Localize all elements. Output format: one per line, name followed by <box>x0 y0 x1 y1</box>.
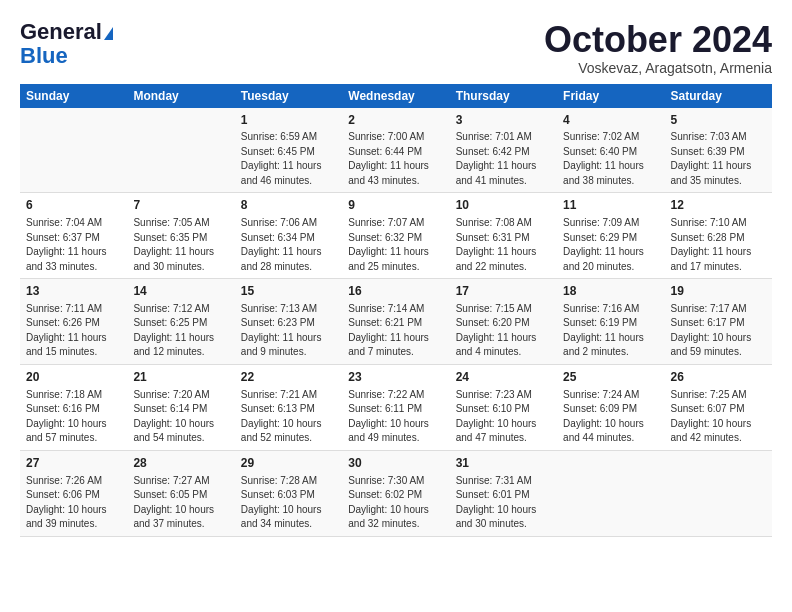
calendar-cell: 14Sunrise: 7:12 AM Sunset: 6:25 PM Dayli… <box>127 279 234 365</box>
day-info: Sunrise: 7:06 AM Sunset: 6:34 PM Dayligh… <box>241 216 336 274</box>
location-subtitle: Voskevaz, Aragatsotn, Armenia <box>544 60 772 76</box>
calendar-cell: 8Sunrise: 7:06 AM Sunset: 6:34 PM Daylig… <box>235 193 342 279</box>
day-number: 10 <box>456 197 551 214</box>
day-info: Sunrise: 7:16 AM Sunset: 6:19 PM Dayligh… <box>563 302 658 360</box>
day-number: 4 <box>563 112 658 129</box>
calendar-cell: 27Sunrise: 7:26 AM Sunset: 6:06 PM Dayli… <box>20 450 127 536</box>
calendar-cell: 2Sunrise: 7:00 AM Sunset: 6:44 PM Daylig… <box>342 108 449 193</box>
title-block: October 2024 Voskevaz, Aragatsotn, Armen… <box>544 20 772 76</box>
page: General Blue October 2024 Voskevaz, Arag… <box>0 0 792 547</box>
day-number: 15 <box>241 283 336 300</box>
calendar-cell: 9Sunrise: 7:07 AM Sunset: 6:32 PM Daylig… <box>342 193 449 279</box>
weekday-header-friday: Friday <box>557 84 664 108</box>
day-number: 2 <box>348 112 443 129</box>
weekday-header-tuesday: Tuesday <box>235 84 342 108</box>
calendar-table: SundayMondayTuesdayWednesdayThursdayFrid… <box>20 84 772 537</box>
day-info: Sunrise: 7:15 AM Sunset: 6:20 PM Dayligh… <box>456 302 551 360</box>
day-info: Sunrise: 7:00 AM Sunset: 6:44 PM Dayligh… <box>348 130 443 188</box>
day-info: Sunrise: 7:08 AM Sunset: 6:31 PM Dayligh… <box>456 216 551 274</box>
calendar-cell: 13Sunrise: 7:11 AM Sunset: 6:26 PM Dayli… <box>20 279 127 365</box>
day-number: 29 <box>241 455 336 472</box>
calendar-cell: 20Sunrise: 7:18 AM Sunset: 6:16 PM Dayli… <box>20 364 127 450</box>
day-info: Sunrise: 7:04 AM Sunset: 6:37 PM Dayligh… <box>26 216 121 274</box>
day-info: Sunrise: 7:13 AM Sunset: 6:23 PM Dayligh… <box>241 302 336 360</box>
calendar-cell: 6Sunrise: 7:04 AM Sunset: 6:37 PM Daylig… <box>20 193 127 279</box>
day-info: Sunrise: 7:01 AM Sunset: 6:42 PM Dayligh… <box>456 130 551 188</box>
weekday-header-monday: Monday <box>127 84 234 108</box>
day-info: Sunrise: 7:11 AM Sunset: 6:26 PM Dayligh… <box>26 302 121 360</box>
day-info: Sunrise: 7:30 AM Sunset: 6:02 PM Dayligh… <box>348 474 443 532</box>
calendar-cell: 11Sunrise: 7:09 AM Sunset: 6:29 PM Dayli… <box>557 193 664 279</box>
calendar-cell: 3Sunrise: 7:01 AM Sunset: 6:42 PM Daylig… <box>450 108 557 193</box>
day-info: Sunrise: 7:09 AM Sunset: 6:29 PM Dayligh… <box>563 216 658 274</box>
calendar-cell <box>20 108 127 193</box>
calendar-cell: 26Sunrise: 7:25 AM Sunset: 6:07 PM Dayli… <box>665 364 772 450</box>
day-number: 8 <box>241 197 336 214</box>
day-info: Sunrise: 7:18 AM Sunset: 6:16 PM Dayligh… <box>26 388 121 446</box>
day-info: Sunrise: 7:26 AM Sunset: 6:06 PM Dayligh… <box>26 474 121 532</box>
calendar-cell: 16Sunrise: 7:14 AM Sunset: 6:21 PM Dayli… <box>342 279 449 365</box>
day-number: 7 <box>133 197 228 214</box>
logo-text: General <box>20 20 113 44</box>
calendar-cell: 25Sunrise: 7:24 AM Sunset: 6:09 PM Dayli… <box>557 364 664 450</box>
calendar-cell: 17Sunrise: 7:15 AM Sunset: 6:20 PM Dayli… <box>450 279 557 365</box>
calendar-cell: 5Sunrise: 7:03 AM Sunset: 6:39 PM Daylig… <box>665 108 772 193</box>
day-number: 30 <box>348 455 443 472</box>
calendar-cell: 31Sunrise: 7:31 AM Sunset: 6:01 PM Dayli… <box>450 450 557 536</box>
calendar-cell <box>665 450 772 536</box>
day-number: 28 <box>133 455 228 472</box>
weekday-header-thursday: Thursday <box>450 84 557 108</box>
day-info: Sunrise: 6:59 AM Sunset: 6:45 PM Dayligh… <box>241 130 336 188</box>
month-title: October 2024 <box>544 20 772 60</box>
day-info: Sunrise: 7:28 AM Sunset: 6:03 PM Dayligh… <box>241 474 336 532</box>
day-number: 26 <box>671 369 766 386</box>
calendar-cell: 1Sunrise: 6:59 AM Sunset: 6:45 PM Daylig… <box>235 108 342 193</box>
calendar-cell: 21Sunrise: 7:20 AM Sunset: 6:14 PM Dayli… <box>127 364 234 450</box>
day-info: Sunrise: 7:25 AM Sunset: 6:07 PM Dayligh… <box>671 388 766 446</box>
weekday-header-sunday: Sunday <box>20 84 127 108</box>
day-number: 11 <box>563 197 658 214</box>
day-number: 18 <box>563 283 658 300</box>
header: General Blue October 2024 Voskevaz, Arag… <box>20 20 772 76</box>
day-info: Sunrise: 7:17 AM Sunset: 6:17 PM Dayligh… <box>671 302 766 360</box>
week-row-3: 13Sunrise: 7:11 AM Sunset: 6:26 PM Dayli… <box>20 279 772 365</box>
day-number: 19 <box>671 283 766 300</box>
day-number: 20 <box>26 369 121 386</box>
week-row-5: 27Sunrise: 7:26 AM Sunset: 6:06 PM Dayli… <box>20 450 772 536</box>
day-number: 22 <box>241 369 336 386</box>
day-number: 9 <box>348 197 443 214</box>
logo: General Blue <box>20 20 113 68</box>
day-info: Sunrise: 7:31 AM Sunset: 6:01 PM Dayligh… <box>456 474 551 532</box>
day-info: Sunrise: 7:22 AM Sunset: 6:11 PM Dayligh… <box>348 388 443 446</box>
weekday-header-wednesday: Wednesday <box>342 84 449 108</box>
calendar-cell: 19Sunrise: 7:17 AM Sunset: 6:17 PM Dayli… <box>665 279 772 365</box>
day-number: 13 <box>26 283 121 300</box>
calendar-cell: 18Sunrise: 7:16 AM Sunset: 6:19 PM Dayli… <box>557 279 664 365</box>
day-number: 14 <box>133 283 228 300</box>
day-info: Sunrise: 7:12 AM Sunset: 6:25 PM Dayligh… <box>133 302 228 360</box>
day-info: Sunrise: 7:23 AM Sunset: 6:10 PM Dayligh… <box>456 388 551 446</box>
calendar-cell: 10Sunrise: 7:08 AM Sunset: 6:31 PM Dayli… <box>450 193 557 279</box>
day-number: 3 <box>456 112 551 129</box>
day-number: 25 <box>563 369 658 386</box>
week-row-4: 20Sunrise: 7:18 AM Sunset: 6:16 PM Dayli… <box>20 364 772 450</box>
day-number: 17 <box>456 283 551 300</box>
day-info: Sunrise: 7:21 AM Sunset: 6:13 PM Dayligh… <box>241 388 336 446</box>
day-info: Sunrise: 7:05 AM Sunset: 6:35 PM Dayligh… <box>133 216 228 274</box>
day-info: Sunrise: 7:27 AM Sunset: 6:05 PM Dayligh… <box>133 474 228 532</box>
day-number: 1 <box>241 112 336 129</box>
week-row-2: 6Sunrise: 7:04 AM Sunset: 6:37 PM Daylig… <box>20 193 772 279</box>
day-info: Sunrise: 7:02 AM Sunset: 6:40 PM Dayligh… <box>563 130 658 188</box>
day-info: Sunrise: 7:20 AM Sunset: 6:14 PM Dayligh… <box>133 388 228 446</box>
logo-blue: Blue <box>20 44 68 68</box>
calendar-cell: 12Sunrise: 7:10 AM Sunset: 6:28 PM Dayli… <box>665 193 772 279</box>
day-number: 6 <box>26 197 121 214</box>
day-number: 27 <box>26 455 121 472</box>
calendar-cell: 22Sunrise: 7:21 AM Sunset: 6:13 PM Dayli… <box>235 364 342 450</box>
day-number: 12 <box>671 197 766 214</box>
day-number: 21 <box>133 369 228 386</box>
week-row-1: 1Sunrise: 6:59 AM Sunset: 6:45 PM Daylig… <box>20 108 772 193</box>
day-number: 16 <box>348 283 443 300</box>
calendar-cell: 23Sunrise: 7:22 AM Sunset: 6:11 PM Dayli… <box>342 364 449 450</box>
weekday-header-saturday: Saturday <box>665 84 772 108</box>
